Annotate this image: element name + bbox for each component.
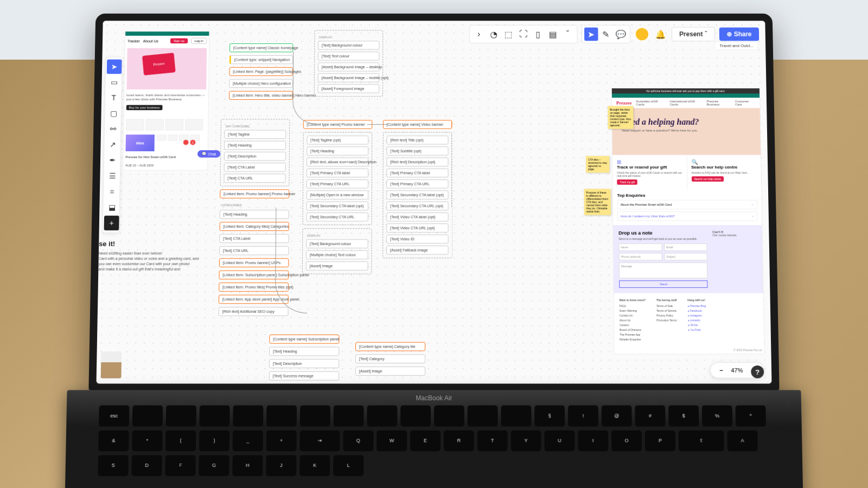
vector-tool-icon[interactable]: ✒	[105, 153, 120, 168]
field-box[interactable]: [Text] Category	[355, 354, 425, 363]
content-column-1: [Content type name] Classic homepage [Co…	[229, 43, 293, 100]
field-box[interactable]: [Content type: snippet] Navigation	[229, 55, 293, 64]
field-box[interactable]: [Text] Background colour	[306, 239, 368, 248]
note-tool-icon[interactable]: ▢	[106, 106, 121, 121]
caret-down-icon[interactable]: ˇ	[561, 28, 575, 41]
text-tool-icon[interactable]: T	[106, 91, 122, 105]
content-column-3-promo: [Content type name] Promo banner [Text] …	[302, 120, 372, 274]
form-heading: Drop us a note	[618, 230, 707, 236]
field-box[interactable]: [Text] Primary CTA URL	[307, 179, 368, 188]
crop-tool-icon[interactable]: ⌗	[105, 184, 120, 199]
field-box[interactable]: [Text] CTA URL	[224, 174, 285, 182]
avatar[interactable]	[634, 27, 649, 42]
field-box[interactable]: [Asset] Background image – mobile (opt)	[318, 73, 380, 82]
field-box[interactable]: [Text] Primary CTA URL	[386, 179, 448, 188]
field-box[interactable]: [Asset] Image	[355, 367, 425, 376]
add-tool-icon[interactable]: +	[104, 216, 119, 230]
field-box[interactable]: [Text] Description	[269, 359, 339, 368]
chevron-right-icon[interactable]: ›	[472, 28, 486, 41]
tool-icons-group-2: ➤ ✎ 💬	[582, 25, 630, 43]
field-box[interactable]: [Text] Heading	[224, 141, 286, 150]
field-box[interactable]: [Multiple] Open in a new window	[307, 190, 368, 199]
field-box[interactable]: [Text] Subtitle (opt)	[387, 146, 449, 155]
field-box[interactable]: [Rich text] Additional SEO copy	[219, 307, 289, 316]
field-box[interactable]: [Asset] Image	[306, 261, 368, 271]
zoom-value[interactable]: 47%	[731, 367, 743, 374]
field-box[interactable]: [Text] Primary CTA label	[307, 169, 368, 177]
field-box[interactable]: [Asset] Background image – desktop	[318, 62, 379, 71]
field-box[interactable]: [Content type name] Category tile	[355, 342, 425, 351]
frame-tool-icon[interactable]: ▭	[106, 75, 122, 89]
share-button[interactable]: ⊕ Share	[719, 28, 759, 41]
zoom-out-button[interactable]: −	[716, 365, 727, 376]
section-label: DISPLAY	[306, 234, 368, 237]
heading-tool-icon[interactable]: ☰	[105, 169, 120, 183]
faq-row: How do I redeem my Uber Eats eGift?→	[617, 211, 757, 221]
field-box[interactable]: [Linked item: Page: {pagetitle}] Subpage…	[229, 67, 293, 76]
webcam-thumbnail[interactable]	[101, 351, 122, 378]
field-box[interactable]: [Text] Secondary CTA URL (opt)	[386, 202, 448, 210]
field-box[interactable]: [Multiple choice] Text colour	[306, 251, 368, 260]
fit-icon[interactable]: ⛶	[516, 28, 530, 41]
faq-row: About the Prezzee Smart eGift Card→	[617, 200, 757, 209]
field-box[interactable]: [Asset] Fallback image	[386, 246, 449, 255]
sticky-note[interactable]: Brought the hero on page, rather than se…	[608, 106, 633, 129]
product-thumb	[126, 119, 144, 131]
field-box[interactable]: [Text] Tagline (opt)	[307, 136, 368, 144]
bell-icon[interactable]: 🔔	[653, 28, 667, 41]
field-box[interactable]: [Content type name] Classic homepage	[229, 43, 293, 52]
field-box[interactable]: [Text] CTA Label	[224, 163, 286, 171]
field-box[interactable]: [Text] Text colour	[318, 52, 379, 60]
component-tool-icon[interactable]: ⬓	[104, 200, 119, 215]
link-tool-icon[interactable]: ⚯	[106, 121, 121, 136]
field-box[interactable]: [Text] Success message	[269, 371, 339, 381]
field-box[interactable]: [Linked item: Promo banner] Promo banner	[220, 189, 289, 198]
field-box[interactable]: [Content type name] Subscription panel	[269, 335, 339, 344]
field-box[interactable]: [Rich text, allows icon+card] Descriptio…	[307, 158, 368, 166]
cta-tile: ⊞ Track or resend your gift Check the st…	[612, 155, 687, 189]
field-box[interactable]: [Text] Description	[224, 152, 286, 160]
field-box[interactable]: [Rich text] Description (opt)	[387, 158, 449, 166]
comment-icon[interactable]: 💬	[614, 28, 628, 41]
field-box[interactable]: [Linked item: App store panel] App store…	[219, 295, 289, 304]
enquiries: Purpose of these is different to differe…	[613, 189, 762, 225]
phone-icon[interactable]: ▯	[531, 28, 545, 41]
field-box[interactable]: [Text] Secondary CTA label (opt)	[386, 190, 448, 199]
breadcrumb[interactable]: Travel and Outd...	[715, 41, 758, 50]
field-box[interactable]: [Text] Primary CTA label	[386, 169, 448, 177]
help-button[interactable]: ?	[751, 365, 764, 378]
enq-heading: Top Enquiries	[617, 193, 757, 198]
field-box[interactable]: [Text] Heading	[307, 146, 368, 155]
timer-icon[interactable]: ◔	[487, 28, 500, 41]
field-box[interactable]: [Text] Background colour	[318, 41, 379, 49]
field-box[interactable]: [Text] Tagline	[224, 130, 286, 139]
pen-icon[interactable]: ✎	[599, 28, 613, 41]
export-icon[interactable]: ⬚	[501, 28, 515, 41]
arrow-tool-icon[interactable]: ↗	[105, 137, 120, 152]
right-mockup-frame[interactable]: No spHome business will ever ask you to …	[611, 88, 765, 354]
sticky-note[interactable]: Purpose of these is different to differe…	[584, 189, 611, 215]
present-label: Present	[679, 30, 703, 37]
list-icon[interactable]: ▤	[546, 28, 560, 41]
mockup-nav: Tracker About Us Sign up Log in	[125, 36, 209, 46]
present-button[interactable]: Present ˇ	[671, 27, 714, 42]
field-box[interactable]: [Text] Video CTA label (opt)	[386, 213, 448, 221]
field-box[interactable]: [Rich text] Title (opt)	[387, 136, 449, 144]
sticky-note[interactable]: CTA tiles – renamed to stay agnostic to …	[586, 156, 610, 173]
field-box[interactable]: [Asset] Foreground image	[318, 84, 380, 93]
left-toolbar: ➤ ▭ T ▢ ⚯ ↗ ✒ ☰ ⌗ ⬓ +	[102, 57, 122, 233]
field-box[interactable]: [Content type name] Video banner	[383, 120, 452, 129]
field-box[interactable]: [Text] Video CTA URL (opt)	[386, 223, 448, 232]
field-box[interactable]: [Linked item: Hero title, video banner] …	[229, 91, 293, 100]
prod-price: AU$ 10 – AU$ 1000	[123, 162, 207, 170]
nav-link: International eGift Cards	[670, 100, 703, 106]
move-tool-icon[interactable]: ➤	[107, 60, 122, 74]
field-box[interactable]: [Text] Secondary CTA URL	[306, 213, 368, 221]
field-box[interactable]: [Text] Secondary CTA label (opt)	[307, 202, 368, 210]
field-box[interactable]: [Multiple choice] Hero configuration	[229, 79, 293, 88]
field-box[interactable]: [Text] Video ID	[386, 235, 448, 244]
left-mockup-frame[interactable]: Tracker About Us Sign up Log in Prezzee …	[123, 31, 209, 170]
field-box[interactable]: [Text] Heading	[269, 347, 339, 356]
cursor-icon[interactable]: ➤	[584, 28, 598, 41]
gift-body: and make it a stand-out gift that's mean…	[98, 267, 206, 272]
